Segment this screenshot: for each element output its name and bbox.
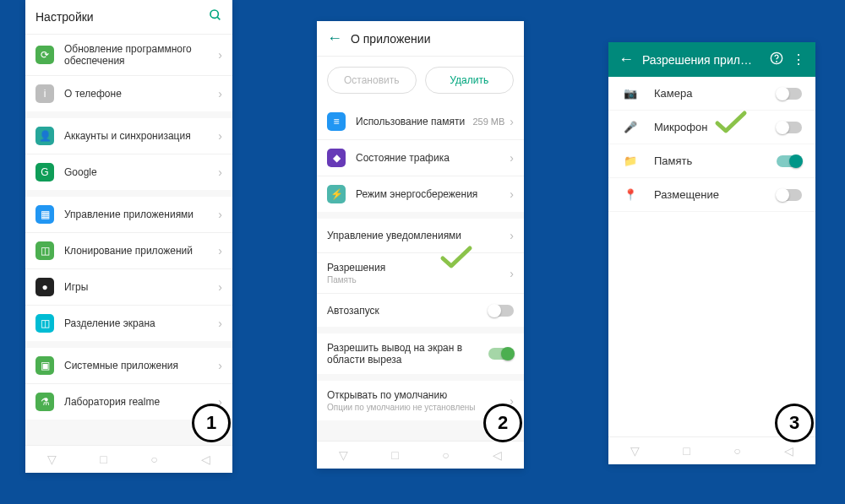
search-icon[interactable] — [209, 8, 222, 25]
toggle-switch[interactable] — [777, 155, 802, 167]
nav-home-icon[interactable]: □ — [391, 448, 398, 462]
header-title: О приложении — [351, 32, 514, 46]
stop-button[interactable]: Остановить — [327, 67, 417, 94]
toggle-switch[interactable] — [777, 88, 802, 100]
row-icon: ⚗ — [35, 393, 54, 411]
permission-icon: 📷 — [622, 87, 639, 100]
chevron-right-icon: › — [218, 317, 222, 330]
help-icon[interactable] — [770, 51, 783, 68]
nav-back-icon[interactable]: ◁ — [493, 448, 502, 462]
svg-line-1 — [217, 17, 220, 19]
nav-home-icon[interactable]: □ — [100, 453, 106, 466]
nav-recent-icon[interactable]: ▽ — [630, 444, 640, 458]
nav-home2-icon[interactable]: ○ — [733, 444, 740, 458]
row-icon: ⟳ — [35, 46, 54, 64]
row-sublabel: Память — [327, 275, 510, 285]
nav-home-icon[interactable]: □ — [683, 444, 690, 458]
permission-row[interactable]: 📷Камера — [608, 77, 815, 111]
row-icon: ● — [35, 278, 54, 296]
app-info-group: Разрешить вывод на экран в области вырез… — [317, 333, 524, 374]
row-label: Разделение экрана — [64, 317, 218, 329]
app-info-row[interactable]: Автозапуск — [317, 293, 524, 327]
chevron-right-icon: › — [218, 208, 222, 221]
app-info-row[interactable]: ⚡Режим энергосбережения› — [317, 176, 524, 212]
chevron-right-icon: › — [218, 244, 222, 257]
settings-row[interactable]: iО телефоне› — [25, 75, 232, 111]
row-label: Режим энергосбережения — [356, 188, 510, 200]
toggle-switch[interactable] — [488, 348, 514, 360]
chevron-right-icon: › — [218, 48, 222, 62]
settings-list: ⟳Обновление программного обеспечения›iО … — [25, 35, 232, 445]
permission-icon: 📍 — [622, 188, 639, 201]
chevron-right-icon: › — [510, 229, 514, 242]
toggle-switch[interactable] — [488, 305, 514, 317]
permission-row[interactable]: 🎤Микрофон — [608, 111, 815, 144]
phone-permissions: ← Разрешения прил… ⋮ 📷Камера🎤Микрофон📁Па… — [608, 42, 815, 464]
settings-row[interactable]: ◫Разделение экрана› — [25, 305, 232, 341]
app-info-row[interactable]: Разрешить вывод на экран в области вырез… — [317, 333, 524, 374]
row-label: О телефоне — [64, 88, 218, 100]
toggle-switch[interactable] — [777, 122, 802, 133]
more-icon[interactable]: ⋮ — [792, 51, 805, 68]
row-label: Открывать по умолчаниюОпции по умолчанию… — [327, 389, 510, 412]
step-badge-3: 3 — [775, 404, 814, 442]
permission-row[interactable]: 📍Размещение — [608, 178, 815, 212]
back-icon[interactable]: ← — [619, 51, 634, 68]
row-icon: ▣ — [35, 356, 54, 375]
settings-row[interactable]: ▦Управление приложениями› — [25, 197, 232, 232]
app-info-row[interactable]: Управление уведомлениями› — [317, 219, 524, 252]
delete-button[interactable]: Удалить — [425, 67, 515, 94]
settings-row[interactable]: ▣Системные приложения› — [25, 348, 232, 383]
row-icon: 👤 — [35, 127, 54, 145]
header-title: Разрешения прил… — [642, 53, 761, 67]
row-label: Обновление программного обеспечения — [64, 43, 218, 67]
row-icon: ◆ — [327, 149, 346, 167]
row-sublabel: Опции по умолчанию не установлены — [327, 403, 510, 412]
settings-group: ▦Управление приложениями›◫Клонирование п… — [25, 197, 232, 341]
nav-home2-icon[interactable]: ○ — [442, 448, 449, 462]
app-info-row[interactable]: ◆Состояние трафика› — [317, 139, 524, 176]
header: Настройки — [25, 0, 232, 35]
row-label: Игры — [64, 281, 218, 293]
nav-back-icon[interactable]: ◁ — [784, 444, 793, 458]
nav-home2-icon[interactable]: ○ — [150, 453, 157, 466]
row-icon: ▦ — [35, 205, 54, 224]
svg-point-0 — [210, 10, 218, 18]
app-info-content: Остановить Удалить ≡Использование памяти… — [317, 57, 524, 441]
settings-group: 👤Аккаунты и синхронизация›GGoogle› — [25, 118, 232, 190]
nav-bar: ▽ □ ○ ◁ — [317, 441, 524, 469]
settings-row[interactable]: 👤Аккаунты и синхронизация› — [25, 118, 232, 154]
header: ← Разрешения прил… ⋮ — [608, 42, 815, 77]
step-badge-2: 2 — [483, 404, 522, 442]
nav-recent-icon[interactable]: ▽ — [339, 448, 348, 462]
settings-row[interactable]: ◫Клонирование приложений› — [25, 232, 232, 268]
row-label: Клонирование приложений — [64, 245, 218, 257]
chevron-right-icon: › — [218, 280, 222, 294]
permission-label: Память — [654, 154, 777, 167]
permission-label: Камера — [654, 87, 777, 100]
back-icon[interactable]: ← — [327, 30, 342, 47]
step-badge-1: 1 — [192, 404, 231, 442]
chevron-right-icon: › — [510, 267, 514, 280]
permission-label: Микрофон — [654, 121, 777, 133]
chevron-right-icon: › — [218, 129, 222, 143]
permission-icon: 📁 — [622, 154, 639, 167]
toggle-switch[interactable] — [777, 189, 802, 201]
chevron-right-icon: › — [218, 165, 222, 179]
row-icon: G — [35, 163, 54, 182]
permission-row[interactable]: 📁Память — [608, 144, 815, 178]
nav-bar: ▽ □ ○ ◁ — [25, 445, 232, 473]
permissions-list: 📷Камера🎤Микрофон📁Память📍Размещение — [608, 77, 815, 436]
permission-label: Размещение — [654, 188, 777, 201]
settings-row[interactable]: GGoogle› — [25, 154, 232, 190]
nav-back-icon[interactable]: ◁ — [201, 453, 210, 466]
settings-row[interactable]: ⟳Обновление программного обеспечения› — [25, 35, 232, 75]
app-info-row[interactable]: РазрешенияПамять› — [317, 252, 524, 293]
row-icon: i — [35, 84, 54, 103]
phone-app-info: ← О приложении Остановить Удалить ≡Испол… — [317, 21, 524, 469]
nav-recent-icon[interactable]: ▽ — [47, 453, 57, 466]
settings-row[interactable]: ●Игры› — [25, 268, 232, 305]
svg-point-3 — [777, 61, 777, 62]
row-label: Управление приложениями — [64, 209, 218, 220]
app-info-row[interactable]: ≡Использование памяти259 MB› — [317, 104, 524, 139]
